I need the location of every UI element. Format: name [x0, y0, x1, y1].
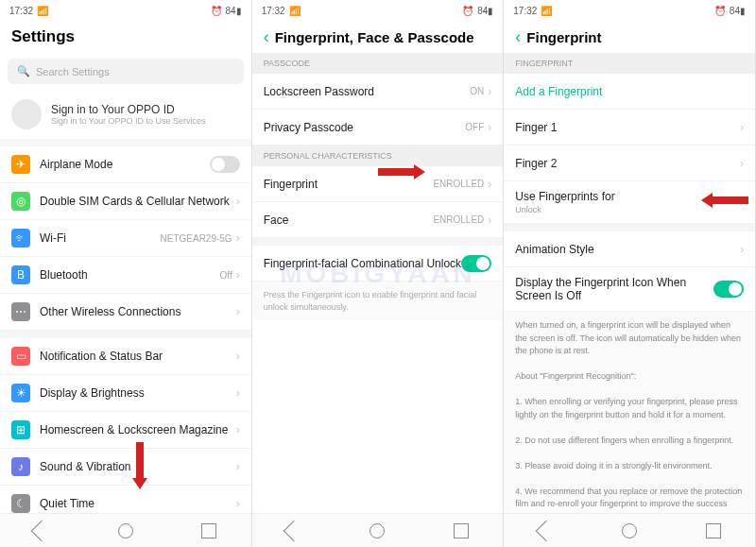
chevron-right-icon: ›: [236, 423, 240, 436]
screen-0: 17:32📶⏰84▮Settings🔍Search SettingsSign i…: [0, 0, 252, 547]
other-wireless-icon: ⋯: [11, 302, 30, 321]
header: Settings: [0, 21, 251, 53]
nav-recent[interactable]: [706, 523, 721, 538]
battery-icon: 84▮: [730, 6, 746, 16]
time: 17:32: [513, 6, 537, 16]
section-header: PERSONAL CHARACTERISTICS: [252, 145, 504, 166]
quiet-time-icon: ☾: [11, 494, 30, 513]
finger-1[interactable]: Finger 1›: [504, 110, 755, 145]
chevron-right-icon: ›: [488, 178, 491, 191]
finger-2[interactable]: Finger 2›: [504, 145, 755, 181]
privacy-passcode[interactable]: Privacy PasscodeOFF›: [252, 110, 504, 145]
row-label: Finger 2: [515, 157, 740, 170]
notification-icon: ▭: [11, 347, 30, 366]
page-title: Fingerprint: [526, 29, 601, 45]
gap: [252, 238, 504, 246]
battery-icon: 84▮: [477, 6, 493, 16]
chevron-right-icon: ›: [488, 214, 491, 227]
gap: [504, 224, 755, 231]
status-bar: 17:32📶⏰84▮: [504, 0, 755, 21]
face[interactable]: FaceENROLLED›: [252, 202, 504, 238]
status-bar: 17:32📶⏰84▮: [0, 0, 251, 21]
annotation-arrow: [132, 442, 147, 489]
bluetooth[interactable]: BBluetoothOff›: [0, 257, 251, 294]
header: ‹Fingerprint, Face & Passcode: [252, 21, 504, 53]
wifi-icon: ᯤ: [11, 229, 30, 248]
toggle[interactable]: [210, 156, 240, 173]
lockscreen-password[interactable]: Lockscreen PasswordON›: [252, 74, 504, 110]
sound-icon: ♪: [11, 457, 30, 476]
sound[interactable]: ♪Sound & Vibration›: [0, 449, 251, 486]
signal-icon: 📶: [541, 6, 552, 16]
row-label: Finger 1: [515, 121, 740, 134]
row-value: ENROLLED: [433, 214, 484, 225]
airplane-mode[interactable]: ✈Airplane Mode: [0, 146, 251, 183]
nav-recent[interactable]: [201, 523, 216, 538]
content: PASSCODELockscreen PasswordON›Privacy Pa…: [252, 53, 504, 513]
gap: [0, 331, 251, 338]
nav-recent[interactable]: [454, 523, 469, 538]
page-title: Settings: [11, 27, 75, 46]
row-label: Bluetooth: [40, 268, 220, 282]
display-icon-off[interactable]: Display the Fingerprint Icon When Screen…: [504, 267, 755, 312]
animation-style[interactable]: Animation Style›: [504, 231, 755, 267]
other-wireless[interactable]: ⋯Other Wireless Connections›: [0, 294, 251, 331]
nav-back[interactable]: [31, 520, 53, 541]
annotation-arrow: [378, 164, 425, 179]
dual-sim[interactable]: ◎Double SIM Cards & Cellular Network›: [0, 183, 251, 220]
time: 17:32: [262, 6, 285, 16]
chevron-right-icon: ›: [740, 121, 744, 134]
avatar: [11, 99, 42, 129]
hint-text: Press the Fingerprint icon to enable fin…: [252, 282, 504, 320]
oppo-account[interactable]: Sign in to Your OPPO IDSign in to Your O…: [0, 90, 251, 139]
add-fingerprint[interactable]: Add a Fingerprint: [504, 74, 755, 110]
header: ‹Fingerprint: [504, 21, 755, 53]
screen-1: 17:32📶⏰84▮‹Fingerprint, Face & PasscodeP…: [252, 0, 505, 547]
nav-home[interactable]: [369, 523, 385, 538]
content: FINGERPRINTAdd a FingerprintFinger 1›Fin…: [504, 53, 755, 513]
nav-back[interactable]: [535, 520, 557, 541]
search-input[interactable]: 🔍Search Settings: [8, 59, 244, 84]
annotation-arrow: [701, 193, 748, 208]
nav-home[interactable]: [118, 523, 133, 538]
combinational-unlock[interactable]: Fingerprint-facial Combinational Unlock: [252, 246, 504, 282]
nav-home[interactable]: [622, 523, 637, 538]
row-value: Off: [220, 270, 232, 281]
alarm-icon: ⏰: [714, 6, 726, 16]
chevron-right-icon: ›: [488, 85, 491, 98]
row-value: ON: [470, 86, 484, 96]
gap: [0, 139, 251, 146]
notification[interactable]: ▭Notification & Status Bar›: [0, 338, 251, 375]
alarm-icon: ⏰: [462, 6, 473, 16]
nav-back[interactable]: [284, 520, 305, 541]
time: 17:32: [9, 6, 33, 16]
row-value: ENROLLED: [433, 179, 484, 189]
toggle[interactable]: [461, 255, 491, 272]
section-header: FINGERPRINT: [504, 53, 755, 74]
airplane-mode-icon: ✈: [11, 155, 30, 174]
chevron-right-icon: ›: [236, 386, 240, 400]
homescreen[interactable]: ⊞Homescreen & Lockscreen Magazine›: [0, 412, 251, 449]
bluetooth-icon: B: [11, 265, 30, 284]
back-button[interactable]: ‹: [515, 27, 521, 47]
back-button[interactable]: ‹: [264, 27, 269, 47]
display[interactable]: ☀Display & Brightness›: [0, 375, 251, 412]
chevron-right-icon: ›: [740, 157, 744, 170]
account-text: Sign in to Your OPPO IDSign in to Your O…: [51, 103, 206, 126]
row-value: NETGEAR29-5G: [161, 233, 232, 244]
nav-bar: [504, 513, 755, 547]
toggle[interactable]: [713, 281, 744, 298]
row-label: Display & Brightness: [40, 386, 236, 400]
row-label: Lockscreen Password: [264, 85, 471, 98]
chevron-right-icon: ›: [236, 350, 240, 363]
wifi[interactable]: ᯤWi-FiNETGEAR29-5G›: [0, 220, 251, 257]
row-label: Privacy Passcode: [264, 121, 466, 134]
chevron-right-icon: ›: [236, 231, 240, 245]
quiet-time[interactable]: ☾Quiet Time›: [0, 486, 251, 513]
page-title: Fingerprint, Face & Passcode: [275, 29, 474, 45]
search-icon: 🔍: [17, 65, 30, 77]
search-placeholder: Search Settings: [36, 66, 110, 77]
signal-icon: 📶: [289, 6, 301, 16]
nav-bar: [252, 513, 504, 547]
alarm-icon: ⏰: [211, 6, 222, 16]
